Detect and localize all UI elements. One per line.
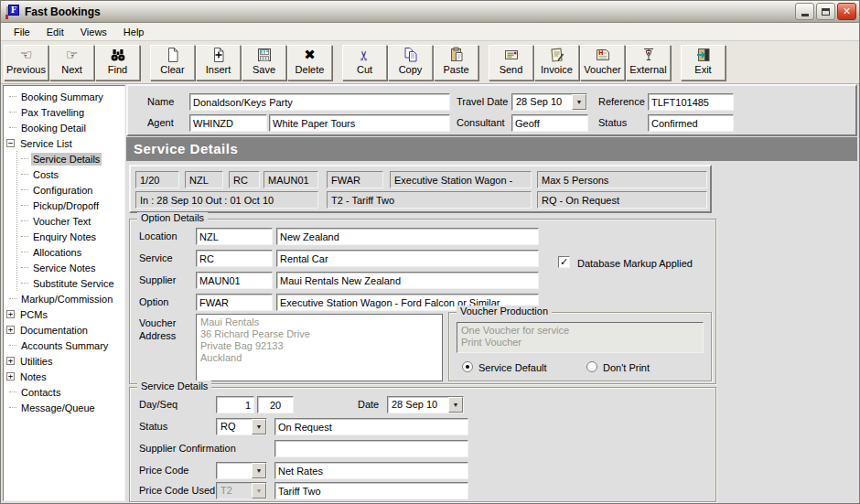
sidebar-item-documentation[interactable]: +Documentation: [4, 322, 124, 338]
service-default-radio[interactable]: [462, 361, 473, 372]
price-code-desc-field[interactable]: [274, 462, 468, 479]
agent-code-field[interactable]: [189, 114, 267, 132]
menu-edit[interactable]: Edit: [39, 25, 71, 39]
sidebar-item-substitute-service[interactable]: Substitute Service: [17, 275, 124, 291]
previous-button[interactable]: ☜ Previous: [4, 45, 48, 80]
invoice-label: Invoice: [541, 64, 573, 75]
travel-date-label: Travel Date: [457, 96, 508, 107]
maximize-button[interactable]: [816, 3, 835, 20]
menu-views[interactable]: Views: [73, 25, 114, 39]
service-default-label: Service Default: [478, 362, 547, 373]
sidebar-item-message-queue[interactable]: Message/Queue: [4, 400, 124, 415]
sidebar-item-enquiry-notes[interactable]: Enquiry Notes: [17, 229, 124, 244]
chevron-down-icon[interactable]: ▼: [572, 94, 586, 110]
chevron-down-icon[interactable]: ▼: [252, 463, 266, 478]
clear-button[interactable]: Clear: [150, 45, 195, 80]
reference-field[interactable]: [648, 93, 734, 111]
location-desc-field[interactable]: [276, 228, 539, 245]
paste-button[interactable]: Paste: [434, 45, 478, 80]
date-label: Date: [358, 399, 379, 410]
sidebar-item-service-list[interactable]: −Service List: [4, 135, 124, 151]
find-button[interactable]: Find: [95, 45, 140, 80]
service-summary-strip: 1/20 NZL RC MAUN01 FWAR Executive Statio…: [129, 165, 712, 213]
collapse-icon[interactable]: −: [6, 139, 15, 147]
sidebar-item-notes[interactable]: +Notes: [4, 369, 124, 384]
page-plus-icon: [210, 47, 227, 64]
send-button[interactable]: Send: [489, 45, 533, 80]
voucher-label: Voucher: [584, 64, 620, 75]
price-code-used-desc-field[interactable]: [274, 482, 468, 499]
consultant-field[interactable]: [511, 114, 588, 132]
option-details-group: Option Details Location Service Supplier…: [129, 219, 716, 384]
price-code-used-label: Price Code Used: [139, 485, 215, 496]
floppy-disk-icon: [256, 47, 273, 64]
expand-icon[interactable]: +: [6, 326, 15, 334]
dont-print-radio[interactable]: [586, 361, 597, 372]
next-button[interactable]: ☞ Next: [49, 45, 94, 80]
next-label: Next: [61, 64, 82, 75]
save-button[interactable]: Save: [242, 45, 286, 80]
exit-door-icon: [695, 47, 712, 64]
clear-label: Clear: [160, 64, 184, 75]
status-code-dropdown[interactable]: RQ ▼: [216, 418, 267, 435]
chevron-down-icon[interactable]: ▼: [448, 397, 463, 413]
exit-button[interactable]: Exit: [681, 45, 726, 80]
menu-file[interactable]: File: [6, 25, 38, 39]
invoice-button[interactable]: Invoice: [534, 45, 579, 80]
service-desc-field[interactable]: [276, 250, 539, 267]
price-code-dropdown[interactable]: ▼: [216, 462, 267, 479]
close-button[interactable]: ✕: [837, 3, 856, 20]
travel-date-dropdown[interactable]: 28 Sep 10 ▼: [511, 93, 587, 111]
voucher-address-box[interactable]: Maui Rentals 36 Richard Pearse Drive Pri…: [196, 314, 443, 381]
sidebar-item-configuration[interactable]: Configuration: [17, 182, 124, 198]
status-desc-field[interactable]: [274, 418, 468, 435]
status-field[interactable]: [648, 114, 734, 132]
sidebar-item-contacts[interactable]: Contacts: [4, 384, 124, 400]
sidebar-item-pax-travelling[interactable]: Pax Travelling: [4, 104, 124, 120]
sidebar-item-booking-detail[interactable]: Booking Detail: [4, 120, 124, 135]
day-field[interactable]: [216, 396, 254, 413]
sidebar-item-voucher-text[interactable]: Voucher Text: [17, 213, 124, 229]
sidebar-item-booking-summary[interactable]: Booking Summary: [4, 89, 124, 104]
title-bar: F Fast Bookings ✕: [1, 1, 859, 23]
insert-button[interactable]: Insert: [196, 45, 241, 80]
supplier-code-field[interactable]: [196, 272, 273, 289]
dont-print-label: Don't Print: [603, 362, 650, 373]
chevron-down-icon[interactable]: ▼: [252, 419, 266, 434]
sidebar-item-allocations[interactable]: Allocations: [17, 244, 124, 260]
expand-icon[interactable]: +: [6, 310, 15, 318]
copy-button[interactable]: Copy: [388, 45, 433, 80]
expand-icon[interactable]: +: [6, 372, 15, 381]
service-date-dropdown[interactable]: 28 Sep 10 ▼: [387, 396, 464, 413]
service-code-field[interactable]: [196, 250, 273, 267]
summary-supplier: MAUN01: [263, 171, 318, 188]
option-details-legend: Option Details: [137, 212, 208, 223]
location-code-field[interactable]: [196, 228, 273, 245]
voucher-button[interactable]: H Voucher: [580, 45, 625, 80]
agent-name-field[interactable]: [269, 114, 450, 132]
delete-button[interactable]: ✖ Delete: [287, 45, 332, 80]
copy-pages-icon: [403, 47, 419, 64]
booking-name-field[interactable]: [189, 93, 450, 111]
menu-help[interactable]: Help: [116, 25, 152, 39]
seq-field[interactable]: [257, 396, 294, 413]
supplier-confirmation-field[interactable]: [274, 440, 468, 457]
sidebar-item-markup-commission[interactable]: Markup/Commission: [4, 291, 124, 306]
sidebar-item-costs[interactable]: Costs: [17, 166, 124, 182]
sidebar-item-service-details[interactable]: Service Details: [17, 151, 124, 166]
expand-icon[interactable]: +: [6, 357, 15, 365]
supplier-desc-field[interactable]: [276, 272, 539, 289]
sidebar-item-service-notes[interactable]: Service Notes: [17, 260, 124, 275]
minimize-button[interactable]: [795, 3, 814, 20]
database-markup-checkbox[interactable]: [558, 256, 570, 268]
name-label: Name: [147, 96, 174, 107]
sidebar-item-pickup-dropoff[interactable]: Pickup/Dropoff: [17, 198, 124, 213]
cut-button[interactable]: ✂ Cut: [342, 45, 387, 80]
cut-label: Cut: [357, 64, 372, 75]
sidebar-item-pcms[interactable]: +PCMs: [4, 306, 124, 322]
sidebar-item-accounts-summary[interactable]: Accounts Summary: [4, 338, 124, 353]
sidebar-item-utilities[interactable]: +Utilities: [4, 353, 124, 369]
external-button[interactable]: External: [626, 45, 671, 80]
summary-max-persons: Max 5 Persons: [537, 171, 707, 188]
option-code-field[interactable]: [196, 294, 273, 311]
